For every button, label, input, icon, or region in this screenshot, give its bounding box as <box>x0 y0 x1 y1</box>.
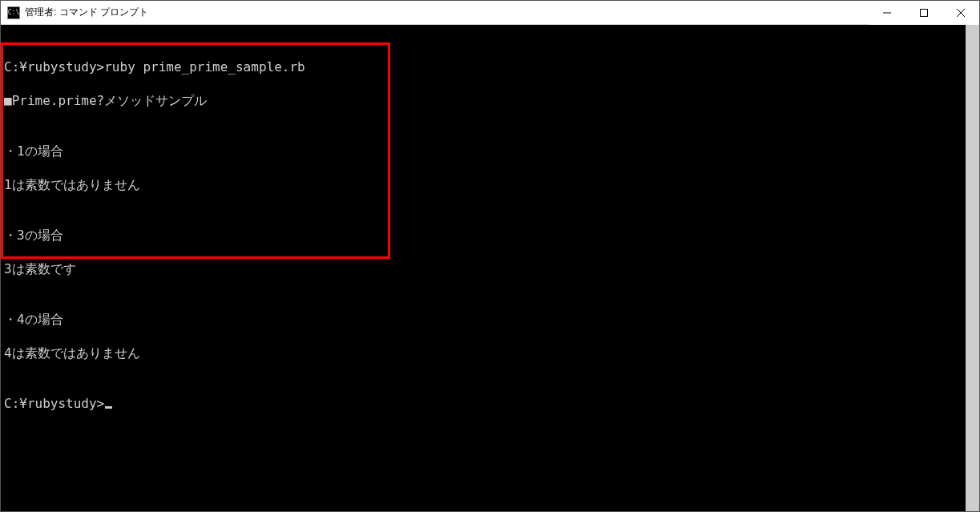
terminal-line: ・4の場合 <box>1 311 966 328</box>
terminal-line: C:¥rubystudy>ruby prime_prime_sample.rb <box>1 58 966 75</box>
terminal-area: C:¥rubystudy>ruby prime_prime_sample.rb … <box>1 25 979 511</box>
terminal-line: 1は素数ではありません <box>1 176 966 193</box>
terminal-line: ■Prime.prime?メソッドサンプル <box>1 92 966 109</box>
cmd-icon-label: C:\ <box>8 10 19 16</box>
cmd-icon: C:\ <box>7 6 20 19</box>
cursor-icon <box>105 406 112 409</box>
maximize-button[interactable] <box>905 1 942 25</box>
terminal-prompt: C:¥rubystudy> <box>4 396 104 411</box>
scrollbar-thumb[interactable] <box>966 25 979 511</box>
window-title: 管理者: コマンド プロンプト <box>25 6 148 19</box>
close-icon <box>957 9 965 17</box>
minimize-button[interactable] <box>869 1 905 25</box>
maximize-icon <box>920 9 928 17</box>
svg-rect-1 <box>921 9 928 16</box>
terminal-output[interactable]: C:¥rubystudy>ruby prime_prime_sample.rb … <box>1 25 966 511</box>
close-button[interactable] <box>942 1 979 25</box>
vertical-scrollbar[interactable] <box>966 25 979 511</box>
minimize-icon <box>883 9 891 17</box>
terminal-line: ・1の場合 <box>1 143 966 159</box>
terminal-line: 3は素数です <box>1 260 966 277</box>
terminal-line: 4は素数ではありません <box>1 345 966 361</box>
command-prompt-window: C:\ 管理者: コマンド プロンプト C:¥rubystudy>ruby pr… <box>0 0 980 512</box>
terminal-prompt-line: C:¥rubystudy> <box>1 395 966 412</box>
titlebar[interactable]: C:\ 管理者: コマンド プロンプト <box>1 1 979 25</box>
terminal-line: ・3の場合 <box>1 227 966 244</box>
